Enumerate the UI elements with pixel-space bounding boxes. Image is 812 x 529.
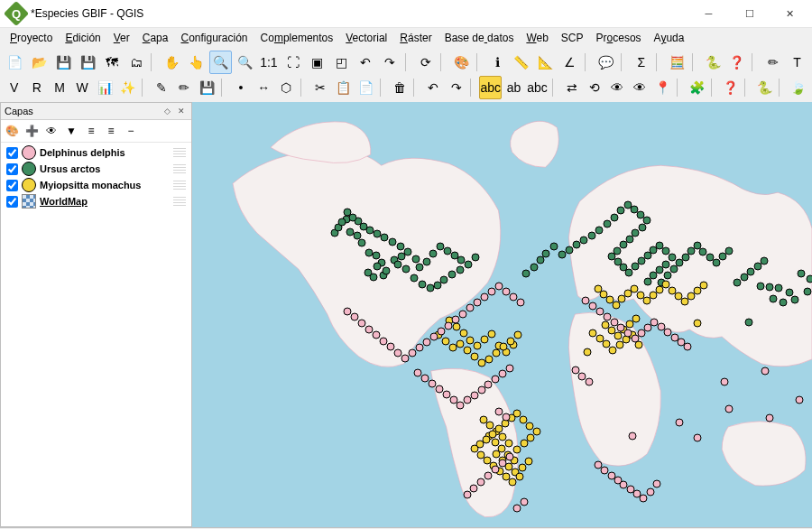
sum-button[interactable]: Σ: [630, 51, 652, 74]
pan-button[interactable]: ✋: [161, 51, 183, 74]
menu-capa[interactable]: Capa: [136, 29, 175, 47]
label-hide-button[interactable]: 👁: [607, 76, 628, 99]
new-project-button[interactable]: 📄: [4, 51, 26, 74]
label-show-button[interactable]: 👁: [630, 76, 651, 99]
copy-button[interactable]: 📋: [333, 76, 354, 99]
toolbar-separator: [752, 53, 758, 71]
menu-ver[interactable]: Ver: [107, 29, 136, 47]
menu-proyecto[interactable]: Proyecto: [4, 29, 59, 47]
zoom-in-button[interactable]: 🔍: [209, 51, 232, 74]
add-csv-button[interactable]: 📊: [95, 76, 115, 99]
menu-complementos[interactable]: Complementos: [254, 29, 340, 47]
layer-remove-icon[interactable]: −: [122, 122, 140, 140]
label-ab-button[interactable]: ab: [503, 76, 524, 99]
python-button[interactable]: 🐍: [702, 51, 724, 74]
current-edits-button[interactable]: ✎: [152, 76, 172, 99]
layer-count-icon: [173, 181, 186, 190]
menubar: ProyectoEdiciónVerCapaConfiguraciónCompl…: [0, 28, 812, 48]
calculator-button[interactable]: 🧮: [666, 51, 688, 74]
layer-tree[interactable]: Delphinus delphisUrsus arctosMyiopsitta …: [1, 143, 191, 526]
add-raster-button[interactable]: R: [26, 76, 47, 99]
label-rotate-button[interactable]: ⟲: [584, 76, 604, 99]
data-point: [429, 250, 438, 258]
zoom-last-button[interactable]: ↶: [355, 51, 377, 74]
refresh-button[interactable]: ⟳: [414, 51, 437, 74]
layer-visibility-checkbox[interactable]: [6, 196, 18, 208]
measure-area-button[interactable]: 📐: [534, 51, 557, 74]
measure-line-button[interactable]: 📏: [511, 51, 533, 74]
save-edits-button[interactable]: 💾: [197, 76, 217, 99]
help-button[interactable]: ❓: [726, 51, 749, 74]
text-button[interactable]: T: [786, 51, 808, 74]
layer-myiopsitta-monachus[interactable]: Myiopsitta monachus: [3, 177, 189, 193]
toggle-edit-button[interactable]: ✏: [174, 76, 195, 99]
label-abc-button[interactable]: abc: [479, 76, 502, 99]
layer-collapse-icon[interactable]: ≡: [102, 122, 120, 140]
label-rule-button[interactable]: abc: [526, 76, 549, 99]
menu-ayuda[interactable]: Ayuda: [648, 29, 691, 47]
cut-button[interactable]: ✂: [309, 76, 330, 99]
save-as-button[interactable]: 💾: [77, 51, 99, 74]
help-whats-button[interactable]: ❓: [720, 76, 741, 99]
add-feature-button[interactable]: •: [230, 76, 251, 99]
layer-delphinus-delphis[interactable]: Delphinus delphis: [3, 144, 189, 161]
menu-vectorial[interactable]: Vectorial: [339, 29, 393, 47]
data-point: [595, 227, 604, 235]
undo-button[interactable]: ↶: [423, 76, 444, 99]
new-layout-button[interactable]: 🗺: [101, 51, 124, 74]
node-tool-button[interactable]: ⬡: [276, 76, 297, 99]
zoom-out-button[interactable]: 🔍: [234, 51, 256, 74]
layer-visibility-checkbox[interactable]: [6, 147, 18, 159]
map-canvas[interactable]: [192, 102, 812, 527]
menu-base-de-datos[interactable]: Base de datos: [438, 29, 521, 47]
add-vector-button[interactable]: V: [4, 76, 24, 99]
measure-angle-button[interactable]: ∠: [558, 51, 581, 74]
save-project-button[interactable]: 💾: [52, 51, 75, 74]
zoom-layer-button[interactable]: ◰: [330, 51, 353, 74]
text-annotation-button[interactable]: 💬: [595, 51, 617, 74]
zoom-native-button[interactable]: 1:1: [257, 51, 280, 74]
annotate-button[interactable]: ✏: [761, 51, 784, 74]
plugin-manager-button[interactable]: 🧩: [686, 76, 706, 99]
delete-button[interactable]: 🗑: [389, 76, 410, 99]
minimize-button[interactable]: ─: [688, 0, 729, 27]
close-button[interactable]: ✕: [770, 0, 810, 27]
style-manager-button[interactable]: 🎨: [450, 51, 473, 74]
layer-style-icon[interactable]: 🎨: [3, 122, 21, 140]
pan-selection-button[interactable]: 👆: [185, 51, 208, 74]
menu-configuración[interactable]: Configuración: [174, 29, 254, 47]
maximize-button[interactable]: ☐: [729, 0, 770, 27]
redo-button[interactable]: ↷: [446, 76, 466, 99]
add-wms-button[interactable]: W: [72, 76, 93, 99]
menu-scp[interactable]: SCP: [555, 29, 590, 47]
identify-button[interactable]: ℹ: [486, 51, 509, 74]
layer-expand-icon[interactable]: ≡: [82, 122, 100, 140]
leaf-button[interactable]: 🍃: [788, 76, 808, 99]
move-feature-button[interactable]: ↔: [254, 76, 274, 99]
zoom-selection-button[interactable]: ▣: [306, 51, 328, 74]
layout-manager-button[interactable]: 🗂: [125, 51, 147, 74]
add-mesh-button[interactable]: M: [49, 76, 69, 99]
menu-edición[interactable]: Edición: [59, 29, 106, 47]
menu-web[interactable]: Web: [520, 29, 554, 47]
layer-filter-icon[interactable]: ▼: [62, 122, 80, 140]
panel-undock-icon[interactable]: ◇: [161, 105, 173, 117]
label-move-button[interactable]: ⇄: [561, 76, 582, 99]
layer-visibility-checkbox[interactable]: [6, 180, 18, 191]
zoom-full-button[interactable]: ⛶: [281, 51, 304, 74]
layer-visibility-icon[interactable]: 👁: [42, 122, 60, 140]
label-pin-button[interactable]: 📍: [652, 76, 673, 99]
open-project-button[interactable]: 📂: [28, 51, 51, 74]
panel-close-icon[interactable]: ✕: [175, 105, 188, 117]
layer-ursus-arctos[interactable]: Ursus arctos: [3, 161, 189, 177]
new-memory-button[interactable]: ✨: [117, 76, 138, 99]
layer-visibility-checkbox[interactable]: [6, 163, 18, 175]
python2-button[interactable]: 🐍: [753, 76, 774, 99]
paste-button[interactable]: 📄: [355, 76, 376, 99]
layer-worldmap[interactable]: WorldMap: [3, 193, 189, 209]
menu-ráster[interactable]: Ráster: [393, 29, 438, 47]
menu-procesos[interactable]: Procesos: [590, 29, 648, 47]
window-title: *Especies GBIF - QGIS: [31, 7, 688, 20]
layer-add-group-icon[interactable]: ➕: [23, 122, 41, 140]
zoom-next-button[interactable]: ↷: [379, 51, 401, 74]
